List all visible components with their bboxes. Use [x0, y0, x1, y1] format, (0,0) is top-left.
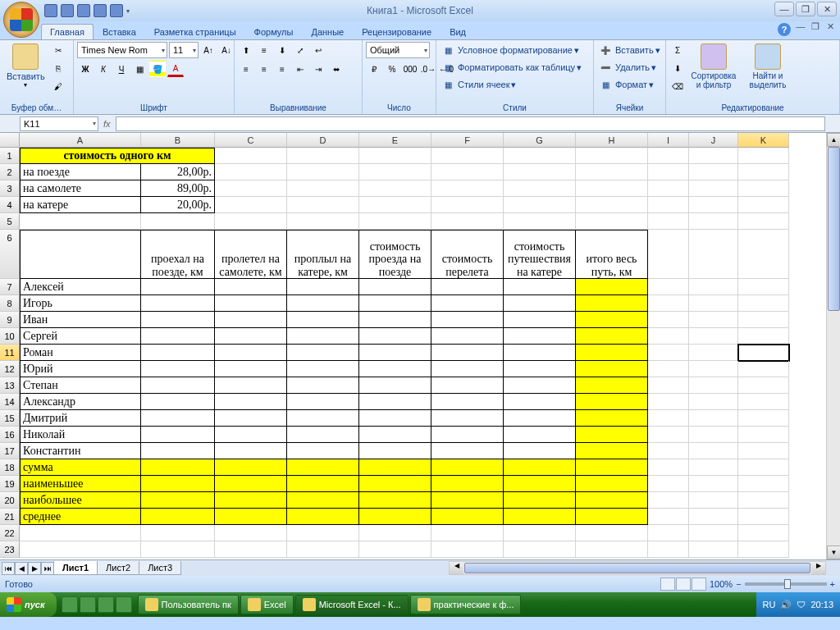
align-middle-icon[interactable]: ≡: [256, 42, 272, 58]
cell-E17[interactable]: [359, 443, 431, 459]
cell-D9[interactable]: [287, 312, 359, 328]
cell-B15[interactable]: [141, 410, 215, 427]
tab-insert[interactable]: Вставка: [94, 24, 145, 39]
row-header-20[interactable]: 20: [0, 492, 20, 509]
col-header-I[interactable]: I: [648, 133, 689, 148]
cell-J12[interactable]: [689, 361, 738, 377]
cell-E10[interactable]: [359, 328, 431, 345]
row-header-16[interactable]: 16: [0, 427, 20, 443]
col-header-K[interactable]: K: [738, 133, 789, 148]
cell-D20[interactable]: [287, 492, 359, 509]
scroll-left-icon[interactable]: ◀: [450, 562, 463, 574]
cell-G9[interactable]: [504, 312, 576, 328]
cell-E11[interactable]: [359, 345, 431, 361]
cell-D22[interactable]: [287, 525, 359, 541]
cell-K3[interactable]: [738, 180, 789, 197]
cell-K13[interactable]: [738, 377, 789, 394]
cell-D8[interactable]: [287, 295, 359, 312]
cell-K23[interactable]: [738, 541, 789, 558]
cell-K19[interactable]: [738, 476, 789, 492]
cell-E5[interactable]: [359, 213, 431, 230]
cell-A16[interactable]: Николай: [20, 427, 141, 443]
cell-H22[interactable]: [576, 525, 648, 541]
row-header-2[interactable]: 2: [0, 164, 20, 180]
cell-J5[interactable]: [689, 213, 738, 230]
sheet-next-icon[interactable]: ▶: [28, 562, 41, 575]
cell-J15[interactable]: [689, 410, 738, 427]
cell-K18[interactable]: [738, 459, 789, 476]
cell-I17[interactable]: [648, 443, 689, 459]
col-header-F[interactable]: F: [431, 133, 504, 148]
find-select-button[interactable]: Найти и выделить: [742, 42, 794, 91]
cell-C18[interactable]: [215, 459, 287, 476]
cell-J2[interactable]: [689, 164, 738, 180]
cell-E14[interactable]: [359, 394, 431, 410]
paste-button[interactable]: Вставить ▾: [3, 42, 48, 90]
sheet-last-icon[interactable]: ⏭: [41, 562, 54, 575]
cell-K1[interactable]: [738, 148, 789, 164]
row-header-6[interactable]: 6: [0, 230, 20, 279]
ql-app-icon[interactable]: [116, 596, 132, 613]
minimize-button[interactable]: —: [774, 2, 794, 16]
cell-I3[interactable]: [648, 180, 689, 197]
cell-G1[interactable]: [504, 148, 576, 164]
pagebreak-view-icon[interactable]: [692, 578, 706, 591]
cell-G15[interactable]: [504, 410, 576, 427]
cell-A21[interactable]: среднее: [20, 509, 141, 525]
font-color-icon[interactable]: A: [167, 61, 184, 77]
cell-E6[interactable]: стоимость проезда на поезде: [359, 230, 431, 279]
cell-H18[interactable]: [576, 459, 648, 476]
cell-J14[interactable]: [689, 394, 738, 410]
cell-K8[interactable]: [738, 295, 789, 312]
cell-H23[interactable]: [576, 541, 648, 558]
cell-E2[interactable]: [359, 164, 431, 180]
row-header-22[interactable]: 22: [0, 525, 20, 541]
row-header-11[interactable]: 11: [0, 345, 20, 361]
cell-H15[interactable]: [576, 410, 648, 427]
cell-J21[interactable]: [689, 509, 738, 525]
normal-view-icon[interactable]: [660, 578, 675, 591]
cell-G7[interactable]: [504, 279, 576, 295]
tray-icon-2[interactable]: 🛡: [797, 600, 806, 609]
cell-D2[interactable]: [287, 164, 359, 180]
borders-icon[interactable]: ▦: [131, 61, 148, 77]
cell-B18[interactable]: [141, 459, 215, 476]
undo-icon[interactable]: [61, 4, 74, 17]
cell-A17[interactable]: Константин: [20, 443, 141, 459]
cell-C2[interactable]: [215, 164, 287, 180]
align-bottom-icon[interactable]: ⬇: [274, 42, 290, 58]
cell-B2[interactable]: 28,00р.: [141, 164, 215, 180]
cell-H7[interactable]: [576, 279, 648, 295]
cell-H14[interactable]: [576, 394, 648, 410]
cell-J6[interactable]: [689, 230, 738, 279]
cell-D17[interactable]: [287, 443, 359, 459]
cell-J11[interactable]: [689, 345, 738, 361]
zoom-level[interactable]: 100%: [710, 579, 733, 589]
row-header-19[interactable]: 19: [0, 476, 20, 492]
col-header-C[interactable]: C: [215, 133, 287, 148]
scroll-thumb[interactable]: [828, 147, 840, 311]
cell-G18[interactable]: [504, 459, 576, 476]
cell-I21[interactable]: [648, 509, 689, 525]
zoom-in-icon[interactable]: +: [830, 579, 835, 589]
cell-C13[interactable]: [215, 377, 287, 394]
cell-F13[interactable]: [431, 377, 504, 394]
cell-B9[interactable]: [141, 312, 215, 328]
row-header-3[interactable]: 3: [0, 180, 20, 197]
cell-C12[interactable]: [215, 361, 287, 377]
preview-icon[interactable]: [110, 4, 123, 17]
cell-A22[interactable]: [20, 525, 141, 541]
cell-D3[interactable]: [287, 180, 359, 197]
cell-H6[interactable]: итого весь путь, км: [576, 230, 648, 279]
increase-indent-icon[interactable]: ⇥: [310, 61, 326, 77]
cell-G14[interactable]: [504, 394, 576, 410]
cell-E12[interactable]: [359, 361, 431, 377]
cell-K16[interactable]: [738, 427, 789, 443]
cell-A15[interactable]: Дмитрий: [20, 410, 141, 427]
tab-review[interactable]: Рецензирование: [353, 24, 441, 39]
cell-J22[interactable]: [689, 525, 738, 541]
cell-H12[interactable]: [576, 361, 648, 377]
cell-E22[interactable]: [359, 525, 431, 541]
cell-B22[interactable]: [141, 525, 215, 541]
cell-G2[interactable]: [504, 164, 576, 180]
